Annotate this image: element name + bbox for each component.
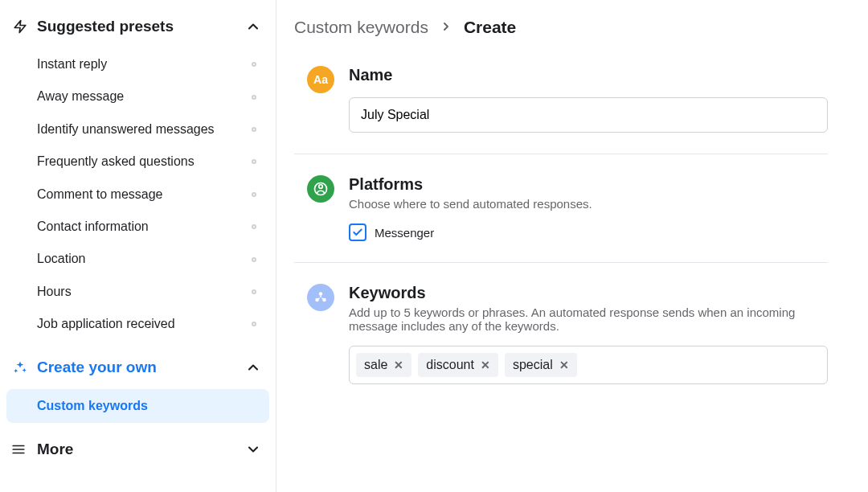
sidebar-item-custom-keywords[interactable]: Custom keywords	[6, 389, 269, 423]
create-your-own-header[interactable]: Create your own	[0, 352, 276, 384]
platform-option-messenger[interactable]: Messenger	[349, 223, 828, 241]
status-dot-icon	[252, 192, 256, 197]
status-dot-icon	[252, 62, 256, 67]
suggested-presets-header[interactable]: Suggested presets	[0, 16, 276, 43]
name-input[interactable]	[349, 97, 828, 133]
preset-identify-unanswered[interactable]: Identify unanswered messages	[0, 113, 276, 146]
more-title: More	[37, 441, 245, 458]
breadcrumb-parent[interactable]: Custom keywords	[294, 18, 428, 37]
preset-label: Comment to message	[37, 186, 163, 203]
tag-label: special	[513, 358, 553, 372]
menu-icon	[11, 442, 29, 457]
aa-icon: Aa	[313, 73, 328, 86]
platforms-desc: Choose where to send automated responses…	[349, 197, 828, 211]
platforms-heading: Platforms	[349, 175, 828, 194]
keywords-heading: Keywords	[349, 284, 828, 302]
preset-label: Identify unanswered messages	[37, 121, 215, 138]
preset-label: Location	[37, 250, 86, 268]
sidebar: Suggested presets Instant reply Away mes…	[0, 0, 276, 492]
status-dot-icon	[252, 159, 256, 164]
remove-tag-icon[interactable]: ✕	[394, 359, 403, 371]
preset-contact-info[interactable]: Contact information	[0, 211, 276, 243]
keyword-tag: sale ✕	[356, 353, 411, 377]
more-header[interactable]: More	[0, 434, 276, 466]
preset-label: Away message	[37, 88, 124, 105]
keywords-desc: Add up to 5 keywords or phrases. An auto…	[349, 305, 828, 333]
preset-list: Instant reply Away message Identify unan…	[0, 48, 276, 341]
status-dot-icon	[252, 257, 256, 262]
keyword-tag: discount ✕	[418, 353, 498, 377]
preset-label: Contact information	[37, 218, 149, 236]
name-badge-icon: Aa	[307, 66, 334, 93]
preset-location[interactable]: Location	[0, 243, 276, 275]
sparkle-icon	[11, 360, 29, 375]
name-heading: Name	[349, 66, 828, 84]
svg-point-6	[319, 292, 323, 296]
suggested-presets-title: Suggested presets	[37, 18, 245, 35]
chevron-up-icon	[245, 18, 261, 35]
preset-faq[interactable]: Frequently asked questions	[0, 146, 276, 178]
preset-label: Instant reply	[37, 55, 107, 73]
preset-away-message[interactable]: Away message	[0, 80, 276, 113]
remove-tag-icon[interactable]: ✕	[481, 359, 490, 371]
preset-instant-reply[interactable]: Instant reply	[0, 48, 276, 80]
keyword-tag: special ✕	[505, 353, 577, 377]
preset-job-application[interactable]: Job application received	[0, 308, 276, 340]
platforms-badge-icon	[307, 175, 334, 203]
keywords-badge-icon	[307, 284, 334, 311]
status-dot-icon	[252, 95, 256, 100]
remove-tag-icon[interactable]: ✕	[559, 359, 569, 371]
chevron-right-icon	[440, 18, 452, 37]
svg-marker-0	[14, 21, 26, 33]
section-name: Aa Name	[294, 66, 828, 154]
chevron-down-icon	[245, 441, 261, 457]
status-dot-icon	[252, 127, 256, 132]
chevron-up-icon	[245, 359, 261, 375]
tag-label: sale	[364, 358, 387, 372]
status-dot-icon	[252, 224, 256, 229]
breadcrumb-current: Create	[464, 18, 516, 37]
preset-label: Hours	[37, 283, 72, 301]
main-content: Custom keywords Create Aa Name Platforms…	[276, 0, 868, 492]
section-platforms: Platforms Choose where to send automated…	[294, 175, 828, 263]
svg-point-4	[319, 185, 323, 189]
create-your-own-title: Create your own	[37, 359, 245, 376]
lightning-icon	[11, 19, 29, 34]
section-keywords: Keywords Add up to 5 keywords or phrases…	[294, 284, 828, 405]
status-dot-icon	[252, 322, 256, 326]
platform-label: Messenger	[375, 226, 434, 240]
status-dot-icon	[252, 289, 256, 294]
breadcrumb: Custom keywords Create	[294, 18, 828, 37]
preset-hours[interactable]: Hours	[0, 276, 276, 308]
preset-comment-to-message[interactable]: Comment to message	[0, 178, 276, 211]
checkbox-icon[interactable]	[349, 223, 366, 241]
keywords-input[interactable]: sale ✕ discount ✕ special ✕	[349, 346, 828, 384]
sidebar-item-label: Custom keywords	[37, 399, 148, 412]
tag-label: discount	[426, 358, 474, 372]
preset-label: Job application received	[37, 315, 175, 333]
preset-label: Frequently asked questions	[37, 153, 194, 170]
